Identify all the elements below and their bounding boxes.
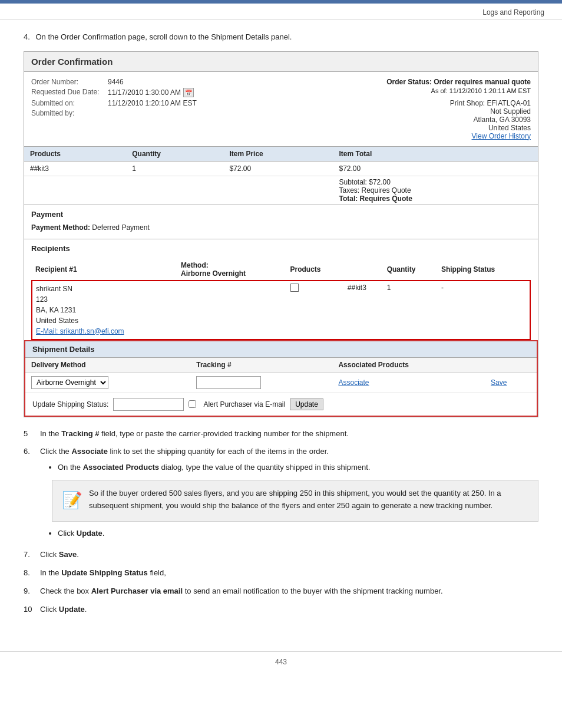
- print-shop-section: Print Shop: EFIATLQA-01 Not Supplied Atl…: [281, 99, 531, 140]
- recipient-col5: Shipping Status: [438, 259, 530, 281]
- order-confirmation-box: Order Confirmation Order Number: 9446 Re…: [24, 51, 538, 417]
- shipment-header: Shipment Details: [25, 341, 537, 358]
- delivery-method-cell: Airborne Overnight: [25, 372, 190, 393]
- recipient-line2: 123: [36, 295, 48, 304]
- recipients-table: Recipient #1 Method: Airborne Overnight …: [31, 259, 531, 340]
- print-shop-label-text: Print Shop:: [450, 99, 485, 107]
- associate-link[interactable]: Associate: [338, 378, 369, 387]
- step-5-body: In the Tracking # field, type or paste t…: [40, 428, 538, 440]
- recipient-method-label: Method:: [181, 261, 209, 269]
- step-9-num: 9.: [24, 585, 35, 598]
- page-number: 443: [275, 658, 287, 666]
- due-date-row: Requested Due Date: 11/17/2010 1:30:00 A…: [31, 88, 281, 97]
- step-4-body: On the Order Confirmation page, scroll d…: [35, 32, 292, 41]
- submitted-on-value: 11/12/2010 1:20:10 AM EST: [108, 99, 197, 107]
- product-price-cell: $72.00: [223, 161, 333, 176]
- recipient-method-value: Airborne Overnight: [181, 269, 246, 278]
- step-7-num: 7.: [24, 549, 35, 561]
- steps-list: 5 In the Tracking # field, type or paste…: [24, 428, 538, 616]
- subtotal-text: Subtotal: $72.00: [339, 178, 533, 186]
- as-of-text: As of: 11/12/2010 1:20:11 AM EST: [281, 87, 531, 94]
- print-shop-line4: United States: [488, 124, 531, 132]
- submitted-by-label: Submitted by:: [31, 109, 108, 117]
- products-table: Products Quantity Item Price Item Total …: [24, 146, 538, 205]
- alert-checkbox[interactable]: [189, 400, 196, 408]
- recipient-address: shrikant SN 123 BA, KA 1231 United State…: [32, 281, 177, 340]
- step-4-text: 4. On the Order Confirmation page, scrol…: [24, 31, 538, 43]
- order-info-grid: Order Number: 9446 Requested Due Date: 1…: [24, 72, 538, 143]
- print-shop-name: EFIATLQA-01: [487, 99, 531, 107]
- recipients-title: Recipients: [31, 244, 531, 253]
- order-info-right: Order Status: Order requires manual quot…: [281, 78, 531, 140]
- page-footer: 443: [0, 651, 562, 672]
- save-link[interactable]: Save: [491, 378, 507, 387]
- step-7-bold: Save: [59, 550, 77, 559]
- note-box: 📝 So if the buyer ordered 500 sales flye…: [52, 480, 538, 522]
- product-checkbox[interactable]: [290, 284, 299, 292]
- total-text: Total: Requires Quote: [339, 195, 533, 203]
- step-7: 7. Click Save.: [24, 549, 538, 561]
- step-5: 5 In the Tracking # field, type or paste…: [24, 428, 538, 440]
- subtotal-row: Subtotal: $72.00 Taxes: Requires Quote T…: [24, 176, 538, 205]
- product-total-cell: $72.00: [333, 161, 538, 176]
- step-4-number: 4.: [24, 32, 30, 41]
- step-10-bold: Update: [59, 605, 85, 614]
- products-header-row: Products Quantity Item Price Item Total: [24, 146, 538, 161]
- recipient-qty: 1: [384, 281, 438, 340]
- recipient-col3: Products: [287, 259, 344, 281]
- step-8-num: 8.: [24, 567, 35, 579]
- step-6-click-update: Click Update.: [58, 528, 538, 540]
- recipient-method-cell: [177, 281, 286, 340]
- step-9-bold: Alert Purchaser via email: [91, 587, 183, 595]
- step-6-bullets: On the Associated Products dialog, type …: [58, 462, 538, 474]
- main-content: 4. On the Order Confirmation page, scrol…: [0, 19, 562, 640]
- update-status-input[interactable]: [113, 398, 184, 411]
- payment-method-label: Payment Method:: [31, 223, 90, 232]
- associate-cell: Associate: [332, 372, 485, 393]
- save-cell: Save: [485, 372, 537, 393]
- product-row: ##kit3 1 $72.00 $72.00: [24, 161, 538, 176]
- products-section: Products Quantity Item Price Item Total …: [24, 146, 538, 205]
- step-6: 6. Click the Associate link to set the s…: [24, 446, 538, 543]
- order-number-label: Order Number:: [31, 78, 108, 86]
- shipment-row: Airborne Overnight Associate Save: [25, 372, 537, 393]
- step-9: 9. Check the box Alert Purchaser via ema…: [24, 585, 538, 598]
- step-6-bold: Associate: [71, 447, 107, 456]
- recipient-email[interactable]: E-Mail: srikanth.sn@efi.com: [36, 327, 124, 335]
- recipients-header-row: Recipient #1 Method: Airborne Overnight …: [32, 259, 530, 281]
- shipment-header-row: Delivery Method Tracking # Associated Pr…: [25, 358, 537, 373]
- view-history-link[interactable]: View Order History: [472, 132, 531, 140]
- order-box-header: Order Confirmation: [24, 52, 538, 72]
- step-5-bold: Tracking #: [61, 429, 99, 438]
- products-col-quantity: Quantity: [126, 146, 223, 161]
- products-col-total: Item Total: [333, 146, 538, 161]
- payment-section: Payment Payment Method: Deferred Payment: [24, 205, 538, 239]
- recipient-product: ##kit3: [344, 281, 384, 340]
- step-8: 8. In the Update Shipping Status field,: [24, 567, 538, 579]
- tracking-input[interactable]: [196, 376, 261, 389]
- recipient-product-checkbox[interactable]: [287, 281, 344, 340]
- payment-method-row: Payment Method: Deferred Payment: [31, 221, 531, 234]
- submitted-on-row: Submitted on: 11/12/2010 1:20:10 AM EST: [31, 99, 281, 107]
- calendar-icon[interactable]: 📅: [183, 88, 194, 97]
- shipment-details-section: Shipment Details Delivery Method Trackin…: [24, 340, 538, 417]
- recipient-col2: Method: Airborne Overnight: [177, 259, 286, 281]
- order-confirmation-title: Order Confirmation: [31, 57, 531, 67]
- tracking-col: Tracking #: [190, 358, 332, 373]
- update-status-label: Update Shipping Status:: [32, 400, 108, 409]
- subtotal-cell: Subtotal: $72.00 Taxes: Requires Quote T…: [333, 176, 538, 205]
- associated-products-bold: Associated Products: [83, 463, 159, 472]
- step-6-bullet-1: On the Associated Products dialog, type …: [58, 462, 538, 474]
- delivery-method-select[interactable]: Airborne Overnight: [31, 376, 108, 389]
- order-status-line: Order Status: Order requires manual quot…: [281, 78, 531, 86]
- recipient-name: shrikant SN: [36, 285, 72, 293]
- update-button[interactable]: Update: [290, 398, 323, 410]
- recipient-line3: BA, KA 1231: [36, 306, 76, 314]
- recipient-line4: United States: [36, 317, 78, 325]
- product-name-cell: ##kit3: [24, 161, 126, 176]
- product-qty-cell: 1: [126, 161, 223, 176]
- step-5-num: 5: [24, 428, 35, 440]
- recipient-col3-product: [344, 259, 384, 281]
- order-info-left: Order Number: 9446 Requested Due Date: 1…: [31, 78, 281, 140]
- recipient-status: -: [438, 281, 530, 340]
